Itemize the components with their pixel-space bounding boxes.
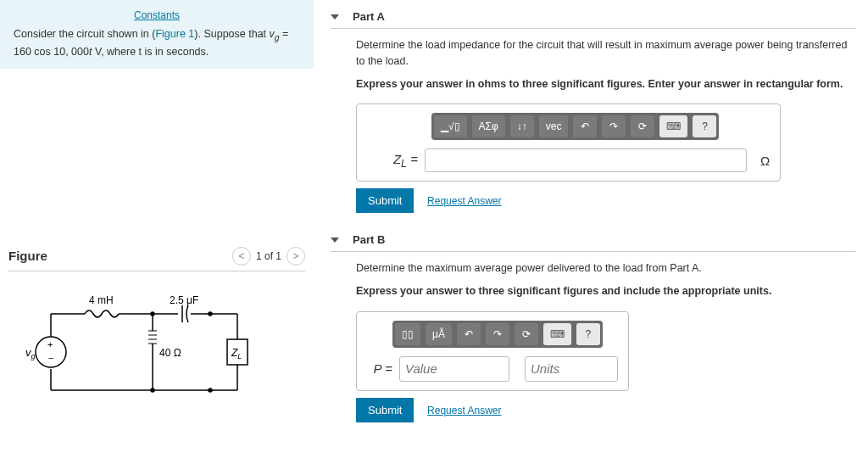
figure-prev-button[interactable]: < [232, 247, 251, 266]
part-a-variable: ZL = [367, 152, 418, 170]
part-b-request-answer-link[interactable]: Request Answer [427, 405, 501, 416]
keyboard-icon[interactable]: ⌨ [543, 323, 571, 345]
undo-icon[interactable]: ↶ [457, 323, 481, 345]
part-b-value-input[interactable] [399, 356, 509, 382]
help-icon[interactable]: ? [576, 323, 600, 345]
inductor-label: 4 mH [89, 294, 114, 306]
part-b-variable: P = [367, 361, 392, 376]
part-a-input-box: ▁√▯ ΑΣφ ↓↑ vec ↶ ↷ ⟳ ⌨ ? ZL = Ω [356, 103, 781, 182]
template-icon[interactable]: ▯▯ [395, 323, 420, 345]
figure-nav-label: 1 of 1 [256, 250, 281, 262]
reset-icon[interactable]: ⟳ [515, 323, 538, 345]
part-b-input-box: ▯▯ μÅ ↶ ↷ ⟳ ⌨ ? P = [356, 311, 629, 391]
part-a-answer-input[interactable] [425, 148, 747, 172]
svg-point-18 [209, 389, 212, 392]
part-b-title: Part B [353, 233, 385, 246]
capacitor-label: 2.5 μF [170, 294, 198, 306]
part-a-toolbar: ▁√▯ ΑΣφ ↓↑ vec ↶ ↷ ⟳ ⌨ ? [431, 113, 719, 140]
collapse-icon[interactable] [331, 14, 339, 20]
figure-title: Figure [8, 249, 232, 263]
svg-text:+: + [47, 339, 53, 349]
collapse-icon[interactable] [331, 238, 339, 243]
part-a-title: Part A [353, 10, 385, 23]
part-b-question: Determine the maximum average power deli… [356, 260, 856, 277]
circuit-figure: 4 mH 2.5 μF 40 Ω vg + − ZL [25, 288, 288, 410]
part-a-request-answer-link[interactable]: Request Answer [427, 195, 501, 207]
part-b-units-input[interactable] [525, 356, 618, 382]
svg-point-17 [209, 312, 212, 316]
template-icon[interactable]: ▁√▯ [434, 115, 467, 137]
units-icon[interactable]: μÅ [426, 323, 452, 345]
part-a-directions: Express your answer in ohms to three sig… [356, 76, 856, 92]
figure-next-button[interactable]: > [287, 247, 305, 266]
part-a-submit-button[interactable]: Submit [356, 188, 414, 213]
figure-link[interactable]: Figure 1 [155, 28, 194, 40]
part-b-header[interactable]: Part B [331, 228, 856, 251]
svg-text:−: − [48, 353, 53, 363]
divider [8, 271, 305, 271]
part-b-directions: Express your answer to three significant… [356, 283, 856, 299]
part-b-submit-button[interactable]: Submit [356, 398, 414, 422]
vec-button[interactable]: vec [539, 115, 569, 137]
part-a-unit: Ω [760, 154, 770, 168]
svg-point-16 [151, 389, 154, 392]
redo-icon[interactable]: ↷ [486, 323, 509, 345]
source-label: vg [25, 346, 36, 361]
svg-point-15 [151, 312, 154, 316]
part-a-question: Determine the load impedance for the cir… [356, 37, 856, 70]
redo-icon[interactable]: ↷ [602, 115, 626, 137]
undo-icon[interactable]: ↶ [573, 115, 597, 137]
keyboard-icon[interactable]: ⌨ [659, 115, 687, 137]
constants-link[interactable]: Constants [134, 9, 180, 21]
resistor-label: 40 Ω [159, 347, 181, 359]
load-label: ZL [231, 347, 242, 361]
problem-statement: Constants Consider the circuit shown in … [0, 0, 314, 69]
symbols-icon[interactable]: ΑΣφ [472, 115, 505, 137]
subscript-icon[interactable]: ↓↑ [510, 115, 534, 137]
part-b-toolbar: ▯▯ μÅ ↶ ↷ ⟳ ⌨ ? [392, 321, 603, 348]
help-icon[interactable]: ? [693, 115, 716, 137]
figure-header: Figure < 1 of 1 > [0, 247, 314, 266]
problem-text: Consider the circuit shown in (Figure 1)… [14, 26, 300, 60]
part-a-header[interactable]: Part A [331, 5, 856, 28]
reset-icon[interactable]: ⟳ [631, 115, 654, 137]
